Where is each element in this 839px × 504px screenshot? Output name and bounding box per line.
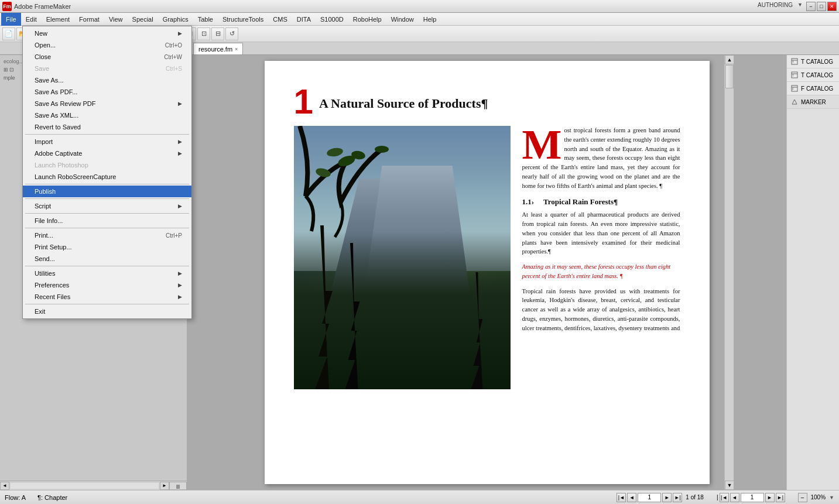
scroll-right-btn[interactable]: ► xyxy=(160,482,169,490)
chapter-title: A Natural Source of Products¶ xyxy=(319,84,488,111)
zoom-controls: − 100% ▼ xyxy=(798,493,835,502)
maximize-button[interactable]: □ xyxy=(817,2,826,11)
fm-recent-files[interactable]: Recent Files ▶ xyxy=(23,291,191,303)
menu-cms[interactable]: CMS xyxy=(268,13,292,26)
fm-file-info[interactable]: File Info... xyxy=(23,215,191,227)
fm-sep6 xyxy=(25,266,189,266)
fm-new-label: New xyxy=(35,30,47,37)
menu-format[interactable]: Format xyxy=(74,13,104,26)
fm-new-arrow: ▶ xyxy=(178,30,182,36)
nav-first[interactable]: |◄ xyxy=(617,493,626,502)
menu-graphics[interactable]: Graphics xyxy=(158,13,193,26)
fm-launch-photoshop[interactable]: Launch Photoshop xyxy=(23,159,191,171)
close-button[interactable]: ✕ xyxy=(827,2,837,11)
right-panel-marker[interactable]: MARKER xyxy=(787,95,839,109)
tb-refresh[interactable]: ↺ xyxy=(225,28,238,40)
fm-import[interactable]: Import ▶ xyxy=(23,136,191,148)
nav-next[interactable]: ► xyxy=(662,493,672,502)
zoom-arrow: ▼ xyxy=(829,495,834,500)
nav-prev[interactable]: ◄ xyxy=(627,493,636,502)
scroll-down-btn[interactable]: ▼ xyxy=(725,481,734,490)
fm-script[interactable]: Script ▶ xyxy=(23,200,191,212)
right-panel-t-catalog-2[interactable]: T T CATALOG xyxy=(787,68,839,82)
fm-photoshop-label: Launch Photoshop xyxy=(35,162,88,169)
menubar: File Edit Element Format View Special Gr… xyxy=(0,13,839,26)
fm-print-setup-label: Print Setup... xyxy=(35,244,72,251)
fm-revert[interactable]: Revert to Saved xyxy=(23,121,191,133)
menu-robohelp[interactable]: RoboHelp xyxy=(348,13,386,26)
tab-close-btn[interactable]: × xyxy=(235,46,238,52)
tb-align3[interactable]: ⊡ xyxy=(197,28,210,40)
fm-utilities[interactable]: Utilities ▶ xyxy=(23,268,191,279)
fm-print[interactable]: Print... Ctrl+P xyxy=(23,229,191,241)
svg-text:F: F xyxy=(792,87,794,91)
menu-s1000d[interactable]: S1000D xyxy=(316,13,348,26)
fm-save-as-pdf-label: Save As PDF... xyxy=(35,88,77,95)
fm-close-shortcut: Ctrl+W xyxy=(164,54,182,60)
menu-dita[interactable]: DITA xyxy=(292,13,316,26)
section-input[interactable] xyxy=(741,493,764,502)
menu-structuretools[interactable]: StructureTools xyxy=(218,13,268,26)
fm-script-label: Script xyxy=(35,203,51,210)
menu-element[interactable]: Element xyxy=(42,13,74,26)
flow-label: Flow: A xyxy=(5,494,26,501)
forest-image xyxy=(294,126,511,389)
doc-tab-resource[interactable]: resource.fm × xyxy=(193,43,243,54)
scroll-left-btn[interactable]: ◄ xyxy=(0,482,9,490)
nav-last[interactable]: ►| xyxy=(673,493,682,502)
right-panel-f-catalog[interactable]: F F CATALOG xyxy=(787,82,839,95)
fm-print-shortcut: Ctrl+P xyxy=(166,232,182,239)
zoom-level: 100% xyxy=(811,494,826,500)
menu-edit[interactable]: Edit xyxy=(21,13,42,26)
page-input[interactable]: 1 xyxy=(638,493,661,502)
right-panel-label-3: F CATALOG xyxy=(801,85,833,92)
fm-preferences[interactable]: Preferences ▶ xyxy=(23,279,191,291)
minimize-button[interactable]: − xyxy=(806,2,816,11)
fm-utilities-arrow: ▶ xyxy=(178,270,182,276)
menu-table[interactable]: Table xyxy=(193,13,218,26)
fm-send[interactable]: Send... xyxy=(23,253,191,265)
fm-open[interactable]: Open... Ctrl+O xyxy=(23,39,191,51)
app-title: Adobe FrameMaker xyxy=(14,3,71,10)
nav-prev2[interactable]: ◄ xyxy=(730,493,739,502)
fm-close[interactable]: Close Ctrl+W xyxy=(23,51,191,63)
svg-marker-14 xyxy=(792,100,797,104)
menu-special[interactable]: Special xyxy=(128,13,158,26)
svg-text:T: T xyxy=(792,74,794,77)
fm-print-setup[interactable]: Print Setup... xyxy=(23,241,191,253)
fm-print-label: Print... xyxy=(35,232,53,239)
fm-save-as-xml[interactable]: Save As XML... xyxy=(23,109,191,121)
fm-exit[interactable]: Exit xyxy=(23,306,191,317)
right-panel-t-catalog-1[interactable]: T T CATALOG xyxy=(787,55,839,68)
nav-last2[interactable]: ►| xyxy=(776,493,785,502)
fm-sep5 xyxy=(25,228,189,228)
menu-file[interactable]: File xyxy=(1,13,21,26)
fm-launch-robo[interactable]: Launch RoboScreenCapture xyxy=(23,171,191,183)
panel-icon2: ⊡ xyxy=(9,67,14,73)
fm-adobe-captivate[interactable]: Adobe Captivate ▶ xyxy=(23,148,191,159)
fm-exit-label: Exit xyxy=(35,308,45,315)
fm-save[interactable]: Save Ctrl+S xyxy=(23,63,191,74)
menu-view[interactable]: View xyxy=(104,13,128,26)
nav-first2[interactable]: |◄ xyxy=(720,493,729,502)
tb-new[interactable]: 📄 xyxy=(2,28,15,40)
fm-close-label: Close xyxy=(35,53,51,60)
zoom-minus-btn[interactable]: − xyxy=(798,493,807,502)
statusbar: Flow: A ¶: Chapter |◄ ◄ 1 ► ►| 1 of 18 |… xyxy=(0,490,839,504)
fm-save-as-pdf[interactable]: Save As PDF... xyxy=(23,86,191,98)
fm-save-label: Save xyxy=(35,65,49,72)
scroll-thumb[interactable] xyxy=(725,65,734,88)
fm-publish[interactable]: Publish xyxy=(23,186,191,197)
para-label: ¶: Chapter xyxy=(37,494,67,501)
tb-align4[interactable]: ⊟ xyxy=(211,28,224,40)
menu-help[interactable]: Help xyxy=(419,13,441,26)
nav-controls: |◄ ◄ 1 ► ►| 1 of 18 | |◄ ◄ ► ►| − 100% ▼ xyxy=(617,493,834,502)
nav-next2[interactable]: ► xyxy=(765,493,775,502)
scroll-up-btn[interactable]: ▲ xyxy=(725,55,734,64)
fm-save-as-review-pdf[interactable]: Save As Review PDF ▶ xyxy=(23,98,191,109)
scroll-pos: ||| xyxy=(169,482,187,490)
menu-window[interactable]: Window xyxy=(386,13,419,26)
fm-sep3 xyxy=(25,198,189,199)
fm-save-as[interactable]: Save As... xyxy=(23,74,191,86)
fm-new[interactable]: New ▶ xyxy=(23,28,191,39)
